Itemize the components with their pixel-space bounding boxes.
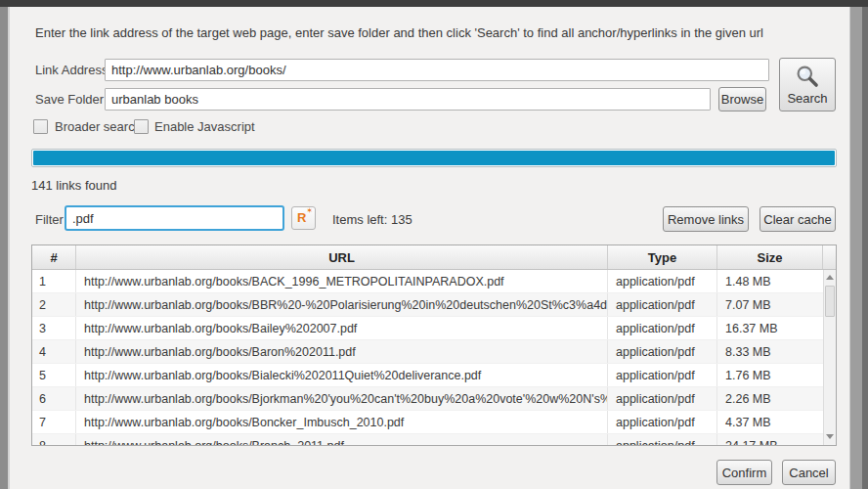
- row-size-cell: 16.37 MB: [717, 317, 823, 339]
- browse-button[interactable]: Browse: [718, 87, 766, 111]
- enable-javascript-label: Enable Javascript: [154, 119, 255, 134]
- column-header-size[interactable]: Size: [717, 245, 823, 269]
- row-size-cell: 2.26 MB: [717, 387, 823, 410]
- table-body: 1 http://www.urbanlab.org/books/BACK_199…: [32, 270, 836, 445]
- table-row[interactable]: 4 http://www.urbanlab.org/books/Baron%20…: [32, 340, 836, 364]
- cancel-button[interactable]: Cancel: [782, 460, 836, 485]
- row-url-cell: http://www.urbanlab.org/books/Branch_201…: [76, 434, 608, 445]
- row-size-cell: 4.37 MB: [717, 411, 823, 433]
- regex-toggle-button[interactable]: R ✶: [291, 206, 316, 230]
- row-number-cell: 3: [32, 317, 76, 339]
- table-scrollbar[interactable]: [823, 270, 836, 445]
- row-number-cell: 5: [32, 364, 76, 386]
- window-left-edge: [0, 7, 10, 489]
- instruction-text: Enter the link address of the target web…: [35, 25, 763, 40]
- table-row[interactable]: 3 http://www.urbanlab.org/books/Bailey%2…: [32, 317, 836, 340]
- table-row[interactable]: 1 http://www.urbanlab.org/books/BACK_199…: [32, 270, 836, 293]
- row-size-cell: 7.07 MB: [717, 293, 823, 316]
- search-button[interactable]: Search: [779, 58, 836, 111]
- row-number-cell: 7: [32, 411, 76, 433]
- window-top-edge: [0, 0, 868, 7]
- row-url-cell: http://www.urbanlab.org/books/Bialecki%2…: [76, 364, 608, 386]
- table-row[interactable]: 7 http://www.urbanlab.org/books/Boncker_…: [32, 411, 836, 434]
- broader-search-label: Broader search: [55, 119, 142, 134]
- progress-bar: [31, 149, 837, 167]
- row-size-cell: 24.17 MB: [717, 434, 823, 445]
- row-type-cell: application/pdf: [608, 270, 717, 292]
- row-size-cell: 1.76 MB: [717, 364, 823, 386]
- search-button-label: Search: [787, 91, 827, 106]
- link-address-input[interactable]: [105, 59, 769, 81]
- regex-star-icon: ✶: [306, 206, 313, 215]
- link-address-label: Link Address: [35, 63, 108, 77]
- table-row[interactable]: 6 http://www.urbanlab.org/books/Bjorkman…: [32, 387, 836, 411]
- row-url-cell: http://www.urbanlab.org/books/Bailey%202…: [76, 317, 608, 339]
- enable-javascript-checkbox[interactable]: [134, 119, 149, 134]
- regex-icon: R: [297, 210, 306, 225]
- column-header-number[interactable]: #: [32, 245, 76, 269]
- row-size-cell: 1.48 MB: [717, 270, 823, 292]
- column-header-type[interactable]: Type: [608, 245, 717, 269]
- row-type-cell: application/pdf: [608, 387, 717, 410]
- save-folder-label: Save Folder: [35, 92, 104, 107]
- links-table: # URL Type Size 1 http://www.urbanlab.or…: [31, 244, 837, 446]
- row-url-cell: http://www.urbanlab.org/books/Boncker_Im…: [76, 411, 608, 433]
- save-folder-input[interactable]: [105, 88, 711, 111]
- window-scrollbar[interactable]: [849, 7, 862, 489]
- row-number-cell: 8: [32, 434, 76, 445]
- row-type-cell: application/pdf: [608, 340, 717, 363]
- row-type-cell: application/pdf: [608, 293, 717, 316]
- broader-search-checkbox[interactable]: [33, 119, 48, 134]
- row-size-cell: 8.33 MB: [717, 340, 823, 363]
- row-url-cell: http://www.urbanlab.org/books/BBR%20-%20…: [76, 293, 608, 316]
- row-type-cell: application/pdf: [608, 411, 717, 433]
- table-header: # URL Type Size: [32, 245, 836, 270]
- column-header-url[interactable]: URL: [76, 245, 608, 269]
- row-url-cell: http://www.urbanlab.org/books/Baron%2020…: [76, 340, 608, 363]
- row-type-cell: application/pdf: [608, 364, 717, 386]
- column-header-scrollbar-spacer: [823, 245, 836, 269]
- filter-input[interactable]: [65, 205, 284, 231]
- row-number-cell: 4: [32, 340, 76, 363]
- window-right-edge: [862, 7, 868, 489]
- row-number-cell: 2: [32, 293, 76, 316]
- row-url-cell: http://www.urbanlab.org/books/BACK_1996_…: [76, 270, 608, 292]
- scrollbar-thumb[interactable]: [825, 286, 835, 317]
- confirm-button[interactable]: Confirm: [716, 460, 772, 485]
- links-found-status: 141 links found: [31, 178, 116, 193]
- remove-links-button[interactable]: Remove links: [663, 206, 749, 232]
- table-row[interactable]: 5 http://www.urbanlab.org/books/Bialecki…: [32, 364, 836, 387]
- clear-cache-button[interactable]: Clear cache: [760, 206, 836, 232]
- row-number-cell: 6: [32, 387, 76, 410]
- scroll-down-icon[interactable]: [824, 429, 836, 444]
- row-url-cell: http://www.urbanlab.org/books/Bjorkman%2…: [76, 387, 608, 410]
- row-type-cell: application/pdf: [608, 317, 717, 339]
- row-type-cell: application/pdf: [608, 434, 717, 445]
- scroll-up-icon[interactable]: [824, 270, 836, 285]
- table-row[interactable]: 2 http://www.urbanlab.org/books/BBR%20-%…: [32, 293, 836, 317]
- progress-fill: [33, 151, 835, 165]
- magnifier-icon: [795, 64, 820, 89]
- link-grabber-dialog: Enter the link address of the target web…: [0, 0, 868, 489]
- items-left-status: Items left: 135: [332, 212, 412, 227]
- row-number-cell: 1: [32, 270, 76, 292]
- filter-label: Filter: [35, 212, 64, 227]
- table-row[interactable]: 8 http://www.urbanlab.org/books/Branch_2…: [32, 434, 836, 445]
